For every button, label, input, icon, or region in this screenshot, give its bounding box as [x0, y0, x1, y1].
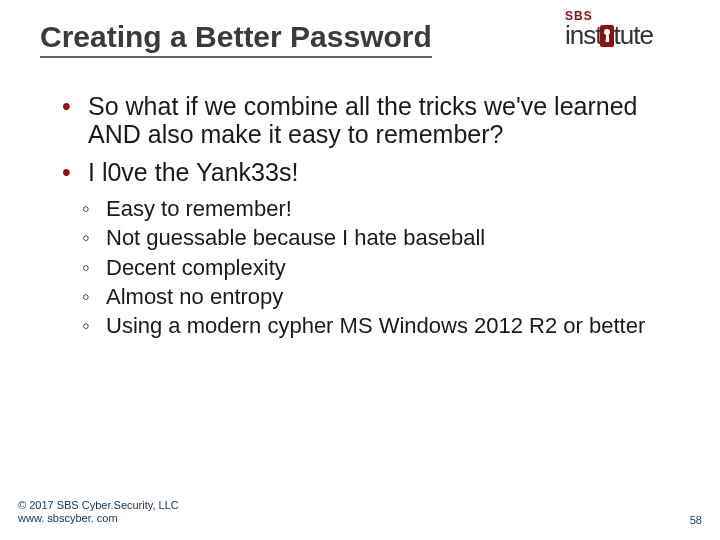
sub-bullet-list: Easy to remember! Not guessable because …	[50, 196, 680, 338]
copyright: © 2017 SBS Cyber.Security, LLC www. sbsc…	[18, 499, 179, 527]
list-item: Not guessable because I hate baseball	[50, 225, 680, 250]
list-item: So what if we combine all the tricks we'…	[50, 92, 680, 148]
slide-footer: © 2017 SBS Cyber.Security, LLC www. sbsc…	[18, 499, 702, 527]
bullet-list: So what if we combine all the tricks we'…	[50, 92, 680, 186]
list-item: Almost no entropy	[50, 284, 680, 309]
list-item: Decent complexity	[50, 255, 680, 280]
page-number: 58	[690, 514, 702, 526]
list-item: Easy to remember!	[50, 196, 680, 221]
slide-body: So what if we combine all the tricks we'…	[50, 92, 680, 342]
slide-title: Creating a Better Password	[40, 20, 432, 58]
list-item: I l0ve the Yank33s!	[50, 158, 680, 186]
copyright-line2: www. sbscyber. com	[18, 512, 179, 526]
list-item: Using a modern cypher MS Windows 2012 R2…	[50, 313, 680, 338]
slide-header: Creating a Better Password	[40, 20, 690, 80]
slide: SBS insttute Creating a Better Password …	[0, 0, 720, 540]
copyright-line1: © 2017 SBS Cyber.Security, LLC	[18, 499, 179, 513]
